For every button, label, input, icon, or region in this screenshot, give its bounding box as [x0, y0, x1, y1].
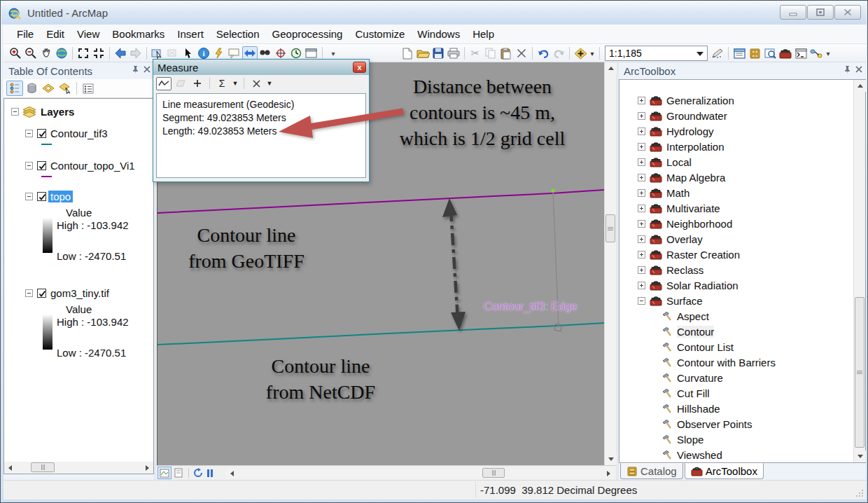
- expand-icon[interactable]: [638, 220, 645, 228]
- sum-dropdown-icon[interactable]: ▼: [231, 77, 239, 90]
- expand-icon[interactable]: [638, 282, 645, 289]
- toolbar-overflow-icon[interactable]: ▾: [824, 46, 832, 60]
- menu-item[interactable]: Geoprocessing: [266, 25, 349, 43]
- measure-close-button[interactable]: x: [353, 62, 366, 73]
- toolbox-row[interactable]: Multivariate: [638, 200, 720, 216]
- menu-item[interactable]: Selection: [210, 25, 266, 43]
- arctoolbox-close-icon[interactable]: [855, 66, 862, 73]
- tool-label[interactable]: Slope: [677, 434, 704, 446]
- measure-title-bar[interactable]: Measure x: [153, 60, 369, 75]
- expand-icon[interactable]: [638, 189, 645, 197]
- toolbox-label[interactable]: Solar Radiation: [666, 280, 738, 291]
- toolbox-row[interactable]: Groundwater: [638, 108, 727, 123]
- hyperlink-icon[interactable]: [211, 46, 227, 60]
- go-back-extent-icon[interactable]: [113, 46, 128, 60]
- toolbox-row[interactable]: Math: [638, 185, 690, 200]
- toolbox-label[interactable]: Surface: [666, 295, 703, 307]
- tool-label[interactable]: Contour: [677, 326, 714, 338]
- menu-item[interactable]: Customize: [349, 25, 411, 43]
- tab-arctoolbox[interactable]: ArcToolbox: [685, 463, 764, 479]
- layer-label[interactable]: Contour_tif3: [50, 128, 108, 139]
- toolbox-label[interactable]: Math: [666, 187, 690, 199]
- refresh-view-icon[interactable]: [192, 466, 204, 480]
- tool-label[interactable]: Contour with Barriers: [677, 357, 776, 368]
- toc-options-icon[interactable]: [80, 81, 97, 96]
- menu-item[interactable]: Insert: [171, 25, 210, 43]
- tool-row[interactable]: Curvature: [662, 370, 723, 385]
- table-of-contents-icon[interactable]: [732, 46, 747, 60]
- collapse-icon[interactable]: [25, 289, 33, 297]
- fixed-zoom-in-icon[interactable]: [76, 46, 91, 60]
- tool-row[interactable]: Observer Points: [662, 416, 752, 432]
- layer-row-contour-topo[interactable]: Contour_topo_Vi1: [25, 160, 135, 172]
- toolbox-label[interactable]: Interpolation: [666, 141, 724, 153]
- layer-label[interactable]: Contour_topo_Vi1: [50, 160, 135, 172]
- full-extent-icon[interactable]: [54, 46, 69, 60]
- expand-icon[interactable]: [638, 97, 645, 104]
- expand-icon[interactable]: [638, 205, 645, 212]
- layers-group-row[interactable]: Layers: [11, 106, 74, 118]
- units-dropdown-icon[interactable]: ▼: [265, 77, 274, 90]
- copy-icon[interactable]: [483, 46, 498, 60]
- toolbox-row[interactable]: Reclass: [638, 262, 704, 277]
- scale-dropdown-arrow[interactable]: [696, 52, 704, 56]
- expand-icon[interactable]: [638, 266, 645, 274]
- menu-item[interactable]: Bookmarks: [106, 25, 171, 43]
- go-forward-extent-icon[interactable]: [128, 46, 144, 60]
- collapse-icon[interactable]: [638, 297, 645, 305]
- undo-icon[interactable]: [536, 46, 551, 60]
- toolbox-label[interactable]: Raster Creation: [666, 249, 740, 261]
- resize-grip[interactable]: [855, 489, 864, 497]
- search-window-icon[interactable]: [762, 46, 778, 60]
- tool-label[interactable]: Observer Points: [677, 418, 752, 430]
- toolbox-label[interactable]: Groundwater: [666, 110, 727, 122]
- editor-toolbar-icon[interactable]: [710, 46, 725, 60]
- layer-label-selected[interactable]: topo: [48, 191, 73, 202]
- find-icon[interactable]: [258, 46, 273, 60]
- line-swatch-teal[interactable]: [41, 144, 52, 145]
- toolbox-label[interactable]: Map Algebra: [666, 172, 725, 184]
- measure-units-tool[interactable]: [248, 77, 264, 90]
- python-window-icon[interactable]: [793, 46, 808, 60]
- pin-icon[interactable]: [843, 65, 850, 74]
- tool-row[interactable]: Hillshade: [662, 401, 720, 416]
- layer-row-topo[interactable]: topo: [25, 191, 73, 202]
- toolbox-label[interactable]: Generalization: [666, 95, 734, 106]
- expand-icon[interactable]: [638, 128, 645, 135]
- toolbox-label[interactable]: Local: [666, 156, 692, 168]
- measure-feature-tool[interactable]: [190, 77, 205, 90]
- tool-row[interactable]: Aspect: [662, 308, 709, 324]
- tool-row[interactable]: Contour List: [662, 339, 734, 354]
- html-popup-icon[interactable]: [227, 46, 242, 60]
- toolbox-row[interactable]: Map Algebra: [638, 170, 725, 185]
- tool-row[interactable]: Cut Fill: [662, 385, 710, 401]
- add-data-icon[interactable]: [573, 46, 588, 60]
- map-scale-combo[interactable]: 1:1,185: [605, 46, 708, 61]
- tool-label[interactable]: Curvature: [677, 372, 723, 384]
- measure-tool[interactable]: [242, 46, 258, 60]
- menu-item[interactable]: Edit: [40, 25, 71, 43]
- new-document-icon[interactable]: [400, 46, 415, 60]
- collapse-icon[interactable]: [25, 162, 33, 170]
- layer-checkbox[interactable]: [37, 192, 46, 201]
- tool-row[interactable]: Viewshed: [662, 447, 722, 462]
- toc-close-icon[interactable]: [144, 66, 150, 73]
- toolbox-row[interactable]: Solar Radiation: [638, 277, 738, 293]
- tab-catalog[interactable]: Catalog: [620, 463, 683, 479]
- toolbox-row-surface[interactable]: Surface: [638, 293, 703, 308]
- fixed-zoom-out-icon[interactable]: [91, 46, 106, 60]
- layer-checkbox[interactable]: [37, 129, 46, 138]
- expand-icon[interactable]: [638, 174, 645, 181]
- toolbox-label[interactable]: Hydrology: [666, 125, 714, 137]
- overflow-chevron-icon[interactable]: ▾: [326, 46, 341, 60]
- toolbox-row[interactable]: Hydrology: [638, 123, 714, 139]
- tool-row[interactable]: Contour: [662, 324, 714, 339]
- identify-icon[interactable]: i: [196, 46, 211, 60]
- list-by-drawing-order-icon[interactable]: [6, 81, 23, 96]
- select-features-icon[interactable]: [150, 46, 165, 60]
- measure-area-tool[interactable]: [173, 77, 188, 90]
- tool-label[interactable]: Viewshed: [677, 449, 722, 461]
- clear-selection-icon[interactable]: [165, 46, 181, 60]
- toolbox-label[interactable]: Overlay: [666, 233, 703, 245]
- time-slider-icon[interactable]: [288, 46, 304, 60]
